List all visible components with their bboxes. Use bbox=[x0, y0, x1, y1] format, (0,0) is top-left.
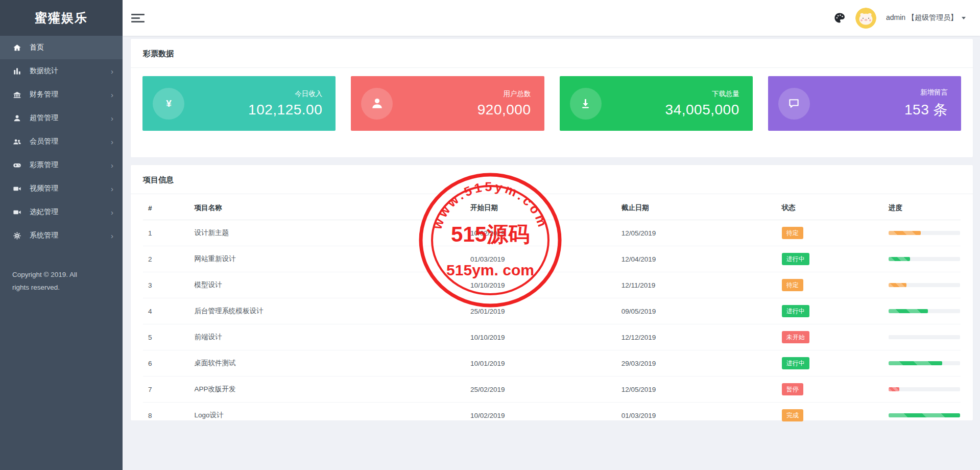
hamburger-icon[interactable] bbox=[131, 12, 145, 25]
cell-start-date: 10/01/2019 bbox=[465, 350, 616, 377]
cell-end-date: 12/05/2019 bbox=[616, 220, 777, 246]
progress-bar bbox=[889, 309, 960, 313]
cell-num: 6 bbox=[143, 350, 189, 377]
stat-card: 用户总数 920,000 bbox=[351, 76, 544, 131]
status-badge: 完成 bbox=[782, 409, 803, 421]
status-badge: 进行中 bbox=[782, 305, 809, 317]
top-header: admin 【超级管理员】 bbox=[123, 0, 980, 36]
cell-end-date: 29/03/2019 bbox=[616, 350, 777, 377]
sidebar-item-finance[interactable]: 财务管理 › bbox=[0, 83, 123, 106]
user-icon bbox=[12, 113, 21, 123]
user-name-label: admin 【超级管理员】 bbox=[886, 13, 958, 22]
avatar[interactable] bbox=[855, 8, 876, 29]
table-row: 6 桌面软件测试 10/01/2019 29/03/2019 进行中 bbox=[143, 350, 961, 377]
cell-end-date: 12/12/2019 bbox=[616, 324, 777, 350]
cell-status: 待定 bbox=[777, 272, 883, 298]
cell-num: 1 bbox=[143, 220, 189, 246]
stat-card-label: 今日收入 bbox=[248, 89, 322, 99]
stat-card: ¥ 今日收入 102,125.00 bbox=[142, 76, 336, 131]
sidebar-menu: 首页 › 数据统计 › 财务管理 › 超管管理 › 会员管理 › 彩票管理 › … bbox=[0, 36, 123, 247]
status-badge: 进行中 bbox=[782, 253, 809, 265]
column-header-name: 项目名称 bbox=[189, 194, 465, 220]
sidebar-item-label: 首页 bbox=[30, 43, 44, 52]
cell-progress bbox=[883, 403, 961, 429]
progress-bar bbox=[889, 257, 960, 261]
stat-card: 下载总量 34,005,000 bbox=[560, 76, 753, 131]
user-dropdown[interactable]: admin 【超级管理员】 bbox=[886, 13, 966, 22]
sidebar-item-label: 会员管理 bbox=[30, 137, 58, 146]
chevron-right-icon: › bbox=[111, 208, 113, 216]
sidebar-item-label: 财务管理 bbox=[30, 90, 58, 99]
cell-num: 7 bbox=[143, 377, 189, 403]
sidebar-item-home[interactable]: 首页 › bbox=[0, 36, 123, 59]
sidebar-item-system[interactable]: 系统管理 › bbox=[0, 224, 123, 247]
sidebar-item-members[interactable]: 会员管理 › bbox=[0, 130, 123, 153]
column-header-start: 开始日期 bbox=[465, 194, 616, 220]
cell-progress bbox=[883, 298, 961, 324]
cell-project-name: 后台管理系统模板设计 bbox=[189, 298, 465, 324]
cell-progress bbox=[883, 246, 961, 272]
progress-bar-fill bbox=[889, 231, 921, 235]
cell-status: 进行中 bbox=[777, 298, 883, 324]
projects-panel: 项目信息 # 项目名称 开始日期 截止日期 状态 进度 1 设计新主题 10/0… bbox=[131, 165, 973, 420]
message-icon bbox=[778, 88, 810, 120]
cell-start-date: 10/10/2019 bbox=[465, 272, 616, 298]
chevron-right-icon: › bbox=[111, 185, 113, 193]
bank-icon bbox=[12, 90, 21, 99]
cell-end-date: 12/11/2019 bbox=[616, 272, 777, 298]
stats-panel-title: 彩票数据 bbox=[131, 39, 973, 68]
sidebar-item-label: 系统管理 bbox=[30, 231, 58, 240]
progress-bar-fill bbox=[889, 257, 910, 261]
stat-card-value: 34,005,000 bbox=[665, 102, 739, 118]
progress-bar-fill bbox=[889, 387, 899, 391]
cell-progress bbox=[883, 324, 961, 350]
sidebar-item-concubine[interactable]: 选妃管理 › bbox=[0, 200, 123, 224]
palette-icon[interactable] bbox=[833, 12, 846, 24]
progress-bar bbox=[889, 413, 960, 417]
progress-bar-fill bbox=[889, 361, 942, 365]
projects-table-wrap: # 项目名称 开始日期 截止日期 状态 进度 1 设计新主题 10/02/201… bbox=[131, 194, 973, 443]
gamepad-icon bbox=[12, 160, 21, 170]
sidebar-item-video[interactable]: 视频管理 › bbox=[0, 177, 123, 200]
status-badge: 进行中 bbox=[782, 357, 809, 369]
cell-start-date: 10/02/2019 bbox=[465, 220, 616, 246]
cell-num: 8 bbox=[143, 403, 189, 429]
column-header-end: 截止日期 bbox=[616, 194, 777, 220]
stat-card: 新增留言 153 条 bbox=[768, 76, 961, 131]
copyright-text: Copyright © 2019. All rights reserved. bbox=[0, 269, 102, 294]
bar-chart-icon bbox=[12, 66, 21, 76]
cell-status: 未开始 bbox=[777, 324, 883, 350]
cell-num: 4 bbox=[143, 298, 189, 324]
cell-status: 待定 bbox=[777, 220, 883, 246]
stat-card-label: 下载总量 bbox=[665, 89, 739, 99]
progress-bar bbox=[889, 231, 960, 235]
cell-project-name: 前端设计 bbox=[189, 324, 465, 350]
chevron-right-icon: › bbox=[111, 232, 113, 240]
cell-project-name: 桌面软件测试 bbox=[189, 350, 465, 377]
table-row: 8 Logo设计 10/02/2019 01/03/2019 完成 bbox=[143, 403, 961, 429]
stat-card-label: 用户总数 bbox=[477, 89, 531, 99]
sidebar-item-stats[interactable]: 数据统计 › bbox=[0, 59, 123, 83]
stat-card-label: 新增留言 bbox=[904, 88, 948, 97]
table-row: 4 后台管理系统模板设计 25/01/2019 09/05/2019 进行中 bbox=[143, 298, 961, 324]
cell-start-date: 25/01/2019 bbox=[465, 298, 616, 324]
projects-panel-title: 项目信息 bbox=[131, 165, 973, 194]
cell-end-date: 12/04/2019 bbox=[616, 246, 777, 272]
table-row: 3 模型设计 10/10/2019 12/11/2019 待定 bbox=[143, 272, 961, 298]
status-badge: 暂停 bbox=[782, 383, 803, 395]
progress-bar bbox=[889, 361, 960, 365]
chevron-right-icon: › bbox=[111, 161, 113, 169]
column-header-num: # bbox=[143, 194, 189, 220]
cell-progress bbox=[883, 377, 961, 403]
sidebar-item-superadmin[interactable]: 超管管理 › bbox=[0, 106, 123, 130]
sidebar-item-lottery[interactable]: 彩票管理 › bbox=[0, 153, 123, 177]
status-badge: 未开始 bbox=[782, 331, 809, 343]
chevron-right-icon: › bbox=[111, 91, 113, 99]
cell-end-date: 12/05/2019 bbox=[616, 377, 777, 403]
cell-start-date: 10/10/2019 bbox=[465, 324, 616, 350]
progress-bar-fill bbox=[889, 309, 928, 313]
cell-progress bbox=[883, 220, 961, 246]
cell-project-name: APP改版开发 bbox=[189, 377, 465, 403]
progress-bar bbox=[889, 283, 960, 287]
column-header-progress: 进度 bbox=[883, 194, 961, 220]
